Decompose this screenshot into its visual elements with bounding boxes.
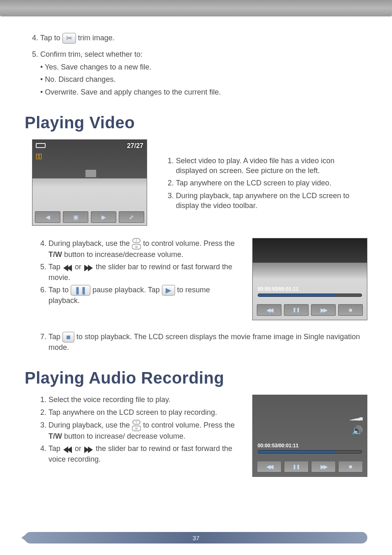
fastforward-icon	[84, 444, 93, 454]
stop-button[interactable]	[338, 304, 363, 316]
option-yes: Yes. Save changes to a new file.	[40, 62, 367, 72]
pause-icon[interactable]: ❚❚	[71, 285, 90, 296]
video-step-6: Tap to ❚❚ pause playback. Tap ▶ to resum…	[48, 285, 240, 306]
audio-timecode: 00:00:53/00:01:11	[258, 443, 362, 449]
speaker-icon: 🔊	[352, 426, 363, 436]
video-row-1: ⚿ 27/27 Select video to play. A video fi…	[25, 139, 367, 226]
fastforward-icon	[84, 262, 93, 272]
step4-text-b: trim image.	[78, 34, 115, 42]
thumbnail-bottom-bar	[35, 211, 144, 223]
video-thumbnail-screenshot: ⚿ 27/27	[32, 139, 147, 226]
video-step-5: Tap or the slider bar to rewind or fast …	[48, 262, 240, 282]
audio-step-4: Tap or the slider bar to rewind or fast …	[48, 444, 240, 464]
progress-bar[interactable]	[258, 294, 362, 297]
svg-text:W: W	[135, 427, 138, 430]
video-row-2: During playback, use the TW to control v…	[25, 238, 367, 320]
rewind-icon	[63, 444, 72, 454]
video-step-7-row: Tap ■ to stop playback. The LCD screen d…	[32, 332, 367, 353]
fastforward-button[interactable]	[311, 304, 336, 316]
stop-icon[interactable]: ■	[62, 332, 74, 342]
audio-playback-screenshot: ▁▂▃▄▅ 🔊 00:00:53/00:01:11	[252, 395, 367, 477]
tw-zoom-icon: TW	[132, 238, 141, 250]
audio-timeline: 00:00:53/00:01:11	[258, 443, 362, 453]
svg-text:T: T	[136, 239, 138, 242]
tw-label: T/W	[48, 250, 62, 259]
header-bar	[0, 0, 392, 16]
tw-label: T/W	[48, 432, 62, 440]
volume-level-icon: ▁▂▃▄▅	[350, 416, 362, 420]
page-number: 37	[193, 534, 200, 541]
rewind-icon	[63, 262, 72, 272]
progress-fill	[258, 451, 336, 453]
step-4: 4. Tap to ✂ trim image.	[32, 33, 367, 44]
pause-button[interactable]	[284, 461, 309, 472]
mode-button[interactable]	[63, 211, 88, 223]
video-steps-1-3: Select video to play. A video file has a…	[159, 139, 367, 213]
video-timecode: 00:00:53/00:01:11	[258, 286, 362, 292]
page-content: 4. Tap to ✂ trim image. 5. Confirm trim,…	[0, 16, 392, 477]
audio-row: Select the voice recording file to play.…	[25, 395, 367, 477]
video-step-7: Tap ■ to stop playback. The LCD screen d…	[48, 332, 367, 353]
video-step-1: Select video to play. A video file has a…	[176, 156, 367, 176]
svg-text:T: T	[136, 421, 138, 424]
play-button[interactable]	[91, 211, 116, 223]
video-playbar	[257, 304, 363, 316]
tw-zoom-icon: TW	[132, 420, 141, 431]
video-step-4: During playback, use the TW to control v…	[48, 238, 240, 259]
rewind-button[interactable]	[257, 461, 281, 472]
key-icon: ⚿	[36, 153, 42, 160]
prev-button[interactable]	[35, 211, 60, 223]
step4-text-a: 4. Tap to	[32, 34, 62, 42]
video-file-icon	[85, 169, 97, 178]
step-5: 5. Confirm trim, select whether to:	[32, 50, 367, 59]
zoom-button[interactable]	[119, 211, 144, 223]
scissors-icon[interactable]: ✂	[62, 33, 76, 44]
fastforward-button[interactable]	[311, 461, 336, 472]
battery-icon	[36, 143, 46, 148]
progress-fill	[258, 294, 336, 296]
heading-playing-audio: Playing Audio Recording	[25, 369, 367, 387]
svg-text:W: W	[135, 245, 138, 248]
stop-button[interactable]	[338, 461, 363, 472]
audio-playbar	[257, 461, 363, 472]
audio-step-3: During playback, use the TW to control v…	[48, 420, 240, 441]
heading-playing-video: Playing Video	[25, 113, 367, 132]
trim-section: 4. Tap to ✂ trim image. 5. Confirm trim,…	[32, 33, 367, 97]
progress-bar[interactable]	[258, 450, 362, 453]
option-overwrite: Overwrite. Save and apply changes to the…	[40, 87, 367, 97]
trim-options-list: Yes. Save changes to a new file. No. Dis…	[40, 62, 367, 97]
video-timeline: 00:00:53/00:01:11	[258, 286, 362, 297]
option-no: No. Discard changes.	[40, 74, 367, 84]
pause-button[interactable]	[284, 304, 309, 316]
play-icon[interactable]: ▶	[162, 285, 175, 296]
video-playback-screenshot: 00:00:53/00:01:11	[252, 238, 367, 320]
page-number-bar: 37	[25, 532, 367, 543]
rewind-button[interactable]	[257, 304, 281, 316]
audio-step-1: Select the voice recording file to play.	[48, 395, 240, 405]
audio-steps: Select the voice recording file to play.…	[32, 395, 240, 467]
audio-step-2: Tap anywhere on the LCD screen to play r…	[48, 407, 240, 417]
video-step-3: During playback, tap anywhere on the LCD…	[176, 191, 367, 211]
video-step-2: Tap anywhere on the LCD screen to play v…	[176, 178, 367, 188]
image-counter: 27/27	[127, 142, 143, 150]
video-steps-4-6: During playback, use the TW to control v…	[32, 238, 240, 308]
